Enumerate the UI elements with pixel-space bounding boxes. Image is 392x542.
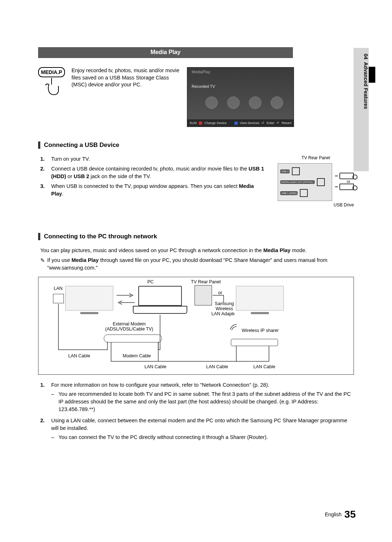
mediaplay-tv-screenshot: MediaPlay Recorded TV SUM Change Device …	[187, 67, 294, 127]
heading-pc-text: Connecting to the PC through network	[44, 233, 157, 240]
intro-text: Enjoy recorded tv, photos, music and/or …	[72, 67, 180, 127]
videos-icon	[205, 97, 218, 109]
screenshot-bottom-bar: SUM Change Device View Devices ⏎ Enter ↶…	[187, 119, 294, 127]
sub-list-item: –You can connect the TV to the PC direct…	[51, 434, 354, 441]
enter-action: Enter	[266, 121, 274, 125]
list-item: 2.Connect a USB device containing record…	[40, 165, 267, 180]
rear-panel-title: TV Rear Panel	[278, 155, 354, 160]
a-action: Change Device	[204, 121, 227, 125]
optical-port-icon	[317, 178, 325, 186]
heading-usb-text: Connecting a USB Device	[44, 141, 119, 149]
photos-icon	[249, 97, 261, 109]
footer-language: English	[325, 512, 342, 517]
usb-drive-label: USB Drive	[278, 202, 354, 208]
note-icon: ✎	[40, 256, 45, 272]
screenshot-title: MediaPlay	[192, 70, 210, 74]
hand-press-icon	[38, 77, 65, 99]
d-action: View Devices	[240, 121, 260, 125]
pc-intro-text: You can play pictures, music and videos …	[40, 247, 354, 254]
sum-label: SUM	[189, 121, 197, 125]
screenshot-icon-row	[205, 97, 283, 109]
list-item: 1. For more information on how to config…	[40, 381, 354, 415]
step-text: Turn on your TV.	[51, 155, 90, 163]
or-label: or	[335, 179, 354, 184]
network-steps-list: 1. For more information on how to config…	[40, 381, 354, 443]
usb-plug-icon	[339, 173, 354, 179]
heading-bar-icon	[38, 141, 40, 149]
cable-lines	[38, 277, 293, 371]
media-p-remote-button: MEDIA.P	[38, 67, 65, 127]
sub-list-item: –You are recommended to locate both TV a…	[51, 390, 354, 413]
sub-text: You can connect the TV to the PC directl…	[58, 434, 268, 441]
note-row: ✎ If you use Media Play through saved fi…	[40, 256, 354, 272]
step-text: For more information on how to configure…	[51, 382, 269, 388]
enter-icon: ⏎	[261, 121, 264, 125]
return-icon: ↶	[277, 121, 279, 125]
tv-rear-panel-figure: TV Rear Panel USB 2 DIGITAL AUDIO OUT (O…	[278, 155, 354, 208]
usb-plug-icon	[339, 184, 354, 190]
usb1-port-icon	[300, 189, 308, 197]
step-text: When USB is connected to the TV, popup w…	[51, 183, 254, 197]
list-item: 1.Turn on your TV.	[40, 155, 267, 163]
step-text: Connect a USB device containing recorded…	[51, 166, 264, 179]
music-icon	[227, 97, 240, 109]
sub-text: You are recommended to locate both TV an…	[58, 390, 354, 413]
step-text: Using a LAN cable, connect between the e…	[51, 418, 347, 431]
screenshot-row-label: Recorded TV	[192, 84, 215, 89]
section-title-bar: Media Play	[38, 47, 293, 58]
usb1-port-label: USB 1 (HDD)	[280, 191, 298, 195]
return-action: Return	[282, 121, 291, 125]
list-item: 2. Using a LAN cable, connect between th…	[40, 417, 354, 443]
list-item: 3.When USB is connected to the TV, popup…	[40, 182, 267, 198]
red-button-icon	[199, 122, 202, 125]
usb2-port-icon	[292, 167, 300, 175]
note-text: If you use Media Play through saved file…	[47, 256, 354, 272]
media-p-label: MEDIA.P	[38, 67, 65, 77]
usb-steps-list: 1.Turn on your TV. 2.Connect a USB devic…	[40, 155, 267, 198]
blue-button-icon	[234, 122, 238, 125]
section-heading-pc: Connecting to the PC through network	[38, 233, 354, 240]
settings-icon	[271, 97, 283, 109]
page-number: 35	[344, 509, 356, 520]
section-heading-usb: Connecting a USB Device	[38, 141, 354, 149]
usb2-port-label: USB 2	[280, 169, 290, 173]
heading-bar-icon	[38, 233, 40, 240]
optical-port-label: DIGITAL AUDIO OUT (OPTICAL)	[280, 180, 315, 184]
page-footer: English 35	[325, 509, 356, 520]
network-diagram: LAN PC TV Rear Panel or SamsungWirelessL…	[38, 277, 354, 375]
